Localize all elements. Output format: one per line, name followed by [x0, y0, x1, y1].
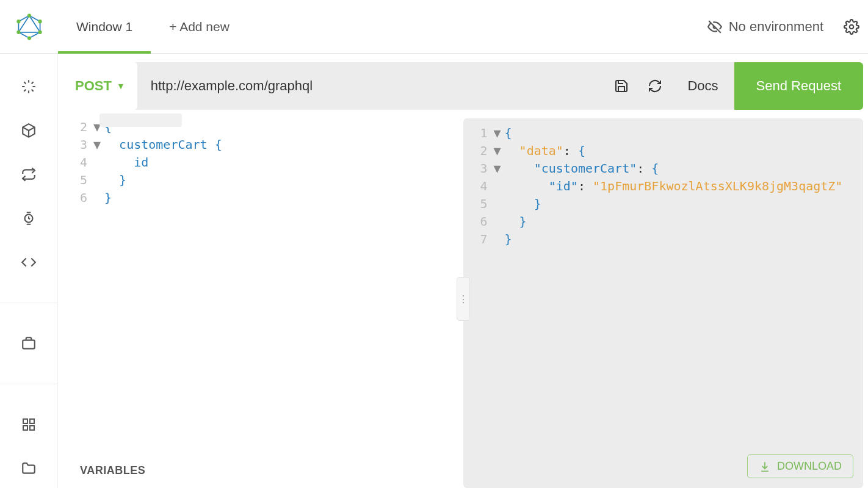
svg-point-4 [38, 30, 42, 34]
chevron-down-icon: ▼ [117, 81, 125, 91]
svg-point-7 [16, 20, 20, 23]
download-label: DOWNLOAD [777, 460, 842, 473]
svg-marker-1 [18, 15, 40, 32]
response-panel: 1▼{2▼ "data": {3▼ "customerCart": {4 "id… [463, 118, 864, 488]
send-request-button[interactable]: Send Request [734, 62, 863, 110]
sidebar [0, 54, 58, 488]
variables-label: VARIABLES [80, 464, 145, 476]
method-label: POST [75, 78, 112, 94]
tab-label: Window 1 [76, 20, 132, 34]
briefcase-icon[interactable] [20, 335, 37, 352]
url-input[interactable] [137, 78, 605, 94]
variables-toggle[interactable]: VARIABLES [63, 453, 463, 488]
docs-button[interactable]: Docs [671, 78, 734, 94]
graphql-logo-icon [16, 13, 43, 40]
method-select[interactable]: POST ▼ [63, 62, 137, 110]
lint-badge [99, 113, 182, 127]
reload-icon [648, 79, 662, 93]
svg-point-6 [16, 30, 20, 34]
save-icon [614, 79, 629, 93]
docs-label: Docs [687, 78, 718, 93]
svg-point-2 [27, 13, 31, 17]
add-new-label: + Add new [169, 20, 230, 34]
svg-point-3 [38, 20, 42, 23]
watch-icon[interactable] [20, 210, 37, 227]
main-area: POST ▼ Docs Send Request 2▼{3▼ customerC… [0, 54, 868, 488]
topbar: Window 1 + Add new No environment [0, 0, 868, 54]
sidebar-divider [0, 384, 57, 384]
send-label: Send Request [756, 78, 841, 93]
add-new-tab[interactable]: + Add new [151, 20, 248, 34]
tab-window-1[interactable]: Window 1 [58, 0, 151, 53]
sidebar-divider [0, 303, 57, 303]
loading-icon[interactable] [20, 78, 37, 95]
download-icon [759, 461, 771, 473]
cube-icon[interactable] [20, 122, 37, 139]
download-button[interactable]: DOWNLOAD [747, 454, 853, 478]
svg-rect-13 [23, 426, 27, 430]
svg-rect-12 [30, 419, 34, 423]
svg-rect-11 [23, 419, 27, 423]
drag-dots-icon: ⋮ [458, 298, 468, 301]
svg-point-5 [27, 36, 31, 40]
gear-icon [844, 19, 859, 35]
panels: 2▼{3▼ customerCart {4 id5 }6} VARIABLES … [58, 110, 868, 488]
query-editor[interactable]: 2▼{3▼ customerCart {4 id5 }6} [63, 118, 463, 207]
environment-selector[interactable]: No environment [696, 19, 834, 35]
code-icon[interactable] [20, 254, 37, 271]
svg-point-8 [849, 24, 853, 29]
eye-off-icon [707, 19, 723, 35]
grid-icon[interactable] [20, 416, 37, 433]
repeat-icon[interactable] [20, 166, 37, 183]
svg-rect-10 [23, 340, 35, 349]
window-tabs: Window 1 + Add new [58, 0, 248, 53]
panel-resize-handle[interactable]: ⋮ [457, 277, 470, 321]
query-editor-panel[interactable]: 2▼{3▼ customerCart {4 id5 }6} VARIABLES [63, 118, 463, 488]
save-button[interactable] [604, 79, 638, 93]
content-area: POST ▼ Docs Send Request 2▼{3▼ customerC… [58, 54, 868, 488]
response-viewer[interactable]: 1▼{2▼ "data": {3▼ "customerCart": {4 "id… [463, 124, 864, 248]
folder-icon[interactable] [20, 460, 37, 477]
request-bar: POST ▼ Docs Send Request [63, 62, 863, 110]
settings-button[interactable] [834, 19, 868, 35]
svg-rect-14 [30, 426, 34, 430]
reload-button[interactable] [638, 79, 671, 93]
environment-label: No environment [729, 19, 823, 35]
app-logo [0, 13, 58, 40]
